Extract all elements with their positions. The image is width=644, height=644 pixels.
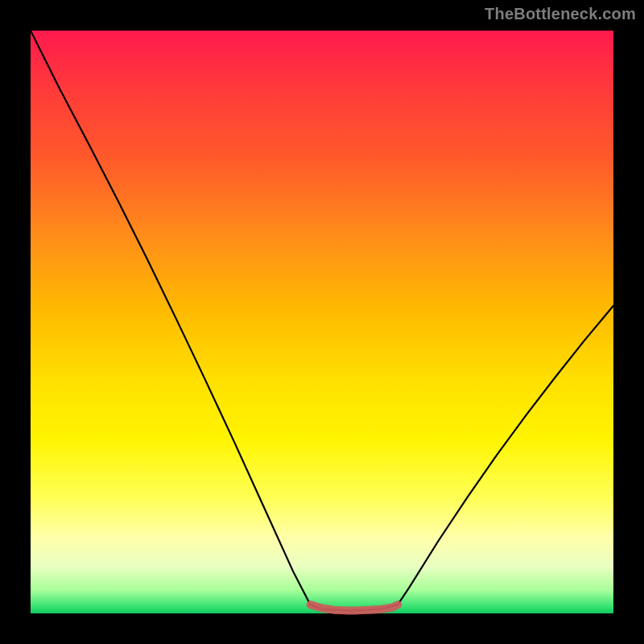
curve-layer [31,31,613,613]
bottleneck-curve [31,31,613,610]
chart-frame: TheBottleneck.com [0,0,644,644]
watermark-text: TheBottleneck.com [485,5,636,23]
flat-segment [311,605,398,610]
plot-area [31,31,613,613]
